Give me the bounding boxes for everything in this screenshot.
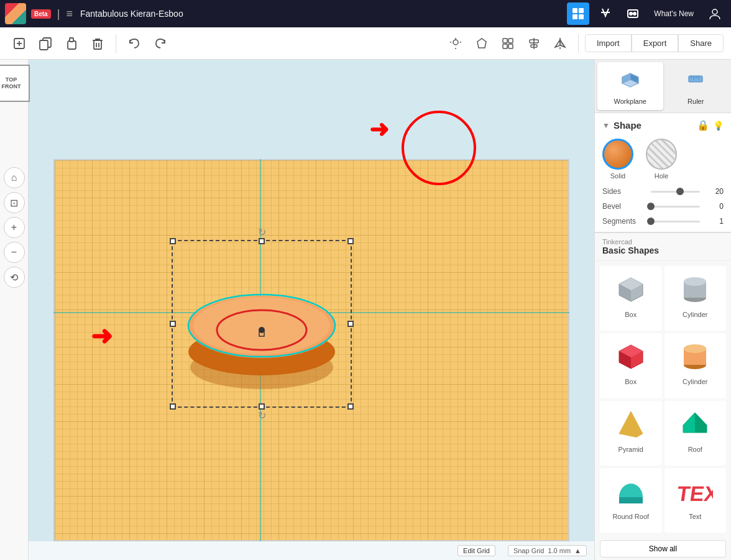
orient-button[interactable]: ⟲ [4, 267, 25, 288]
light-button[interactable] [444, 32, 467, 55]
handle-bm[interactable] [259, 403, 265, 410]
solid-option[interactable]: Solid [602, 139, 633, 180]
pyramid-yellow-thumb [612, 406, 650, 443]
tools-button[interactable] [594, 2, 617, 25]
sides-row: Sides 20 [602, 187, 724, 196]
box-red-thumb [612, 338, 650, 375]
pyramid-yellow-label: Pyramid [618, 446, 643, 453]
redo-button[interactable] [149, 32, 172, 55]
light-icon[interactable]: 💡 [713, 121, 724, 131]
handle-bl[interactable] [170, 403, 176, 410]
handle-ml[interactable] [170, 321, 176, 327]
rotate-handle-top[interactable]: ↻ [258, 226, 266, 238]
shape-item-cylinder-gray[interactable]: Cylinder [664, 266, 727, 331]
snap-grid-arrow[interactable]: ▲ [574, 547, 581, 554]
shape-item-text-red[interactable]: TEXT Text [664, 468, 727, 533]
svg-marker-66 [695, 413, 707, 433]
fit-view-button[interactable]: ⊡ [4, 192, 25, 213]
shape-item-pyramid-yellow[interactable]: Pyramid [600, 401, 662, 466]
grid-view-button[interactable] [567, 2, 589, 25]
shape-object[interactable]: ↻ [172, 240, 352, 408]
new-button[interactable] [7, 32, 31, 55]
ruler-button[interactable]: Ruler [663, 62, 729, 110]
home-view-button[interactable]: ⌂ [4, 167, 25, 188]
copy-button[interactable] [34, 32, 57, 55]
svg-point-5 [630, 12, 632, 15]
workplane-svg [618, 67, 642, 91]
project-title[interactable]: Fantabulous Kieran-Esboo [80, 9, 183, 19]
bevel-row: Bevel 0 [602, 202, 724, 211]
share-button[interactable]: Share [678, 34, 724, 52]
bevel-thumb[interactable] [647, 203, 655, 210]
canvas-area[interactable]: ↻ [29, 60, 594, 560]
handle-tr[interactable] [347, 238, 354, 244]
view-top-label: TOP [6, 76, 17, 83]
shape-item-box-gray[interactable]: Box [600, 266, 662, 331]
workplane-button[interactable]: Workplane [597, 62, 663, 110]
zoom-in-button[interactable]: + [4, 217, 25, 238]
edit-grid-button[interactable]: Edit Grid [457, 545, 495, 556]
library-category: Basic Shapes [602, 246, 724, 255]
svg-point-7 [712, 9, 717, 14]
bevel-value: 0 [705, 202, 724, 211]
export-button[interactable]: Export [632, 34, 679, 52]
hole-option[interactable]: Hole [646, 139, 677, 180]
show-all-button[interactable]: Show all [600, 540, 726, 558]
hole-label: Hole [655, 172, 669, 180]
snap-button[interactable] [496, 32, 520, 55]
sides-slider[interactable] [651, 191, 700, 193]
handle-tm[interactable] [259, 238, 265, 244]
svg-rect-12 [40, 40, 48, 50]
svg-rect-2 [572, 14, 577, 19]
import-button[interactable]: Import [585, 34, 632, 52]
handle-mr[interactable] [347, 321, 354, 327]
shape-panel: ▼ Shape 🔒 💡 Solid Hole Sides [595, 113, 731, 233]
library-source: Tinkercad [602, 238, 724, 246]
collapse-arrow[interactable]: ▼ [602, 121, 610, 130]
box-gray-thumb [612, 271, 650, 308]
segments-slider[interactable] [651, 221, 700, 223]
handle-tl[interactable] [170, 238, 176, 244]
rotate-handle-bottom[interactable]: ↻ [258, 410, 266, 421]
sketch-button[interactable] [470, 32, 494, 55]
box-red-label: Box [625, 378, 637, 385]
logo-icon [5, 3, 26, 24]
list-icon: ≡ [66, 7, 73, 21]
view-cube[interactable]: TOP FRONT [0, 65, 36, 108]
svg-marker-64 [619, 411, 643, 438]
sides-thumb[interactable] [676, 188, 684, 195]
ruler-label: Ruler [687, 98, 704, 105]
align-button[interactable] [522, 32, 546, 55]
toolbar-divider2 [578, 34, 579, 53]
svg-rect-1 [579, 8, 584, 13]
segments-label: Segments [602, 217, 646, 226]
paste-button[interactable] [60, 32, 83, 55]
shape-item-cylinder-orange[interactable]: Cylinder [664, 333, 727, 398]
svg-point-62 [684, 344, 706, 353]
shape-props: Sides 20 Bevel 0 Segments [602, 187, 724, 226]
lock-icon[interactable]: 🔒 [697, 119, 709, 131]
mirror-button[interactable] [548, 32, 572, 55]
toolbar: Import Export Share [0, 27, 731, 60]
view-front-label: FRONT [2, 83, 21, 90]
svg-rect-25 [503, 44, 507, 48]
shape-item-round-roof-teal[interactable]: Round Roof [600, 468, 662, 533]
shape-item-box-red[interactable]: Box [600, 333, 662, 398]
delete-button[interactable] [86, 32, 109, 55]
undo-button[interactable] [122, 32, 146, 55]
handle-br[interactable] [347, 403, 354, 410]
simulation-button[interactable] [622, 2, 644, 25]
shape-panel-header: ▼ Shape 🔒 💡 [602, 119, 724, 131]
shape-item-roof-green[interactable]: Roof [664, 401, 727, 466]
view-cube-box[interactable]: TOP FRONT [0, 65, 30, 102]
workplane-icon [618, 67, 642, 95]
account-button[interactable] [704, 2, 726, 25]
zoom-out-button[interactable]: − [4, 242, 25, 263]
box-gray-label: Box [625, 311, 637, 318]
whats-new-button[interactable]: What's New [649, 7, 699, 21]
snap-grid-value: 1.0 mm [548, 547, 571, 554]
bevel-slider[interactable] [651, 206, 700, 208]
round-roof-teal-label: Round Roof [612, 513, 649, 520]
segments-thumb[interactable] [647, 218, 655, 225]
text-red-label: Text [689, 513, 701, 520]
